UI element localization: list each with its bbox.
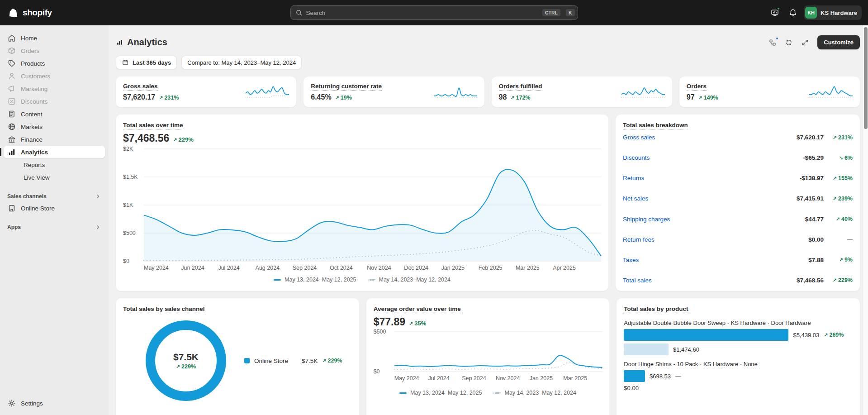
breakdown-row: Shipping charges $44.77 40% [623, 216, 853, 223]
sales-by-channel-card: Total sales by sales channel $7.5K 229% … [116, 298, 359, 415]
metric-title[interactable]: Returning customer rate [311, 83, 382, 91]
fullscreen-icon[interactable] [801, 38, 809, 47]
date-range-button[interactable]: Last 365 days [116, 56, 177, 69]
sidebar-nav: Home Orders Products Customers [4, 32, 105, 184]
product-sales-bar[interactable] [624, 370, 645, 382]
breakdown-change: 231% [824, 134, 853, 141]
product-sales-bar[interactable] [624, 329, 788, 341]
product-name: Adjustable Double Bubble Door Sweep · KS… [624, 320, 853, 326]
chart-legend: May 13, 2024–May 12, 2025 May 14, 2023–M… [123, 277, 601, 283]
insights-icon[interactable] [768, 38, 777, 47]
analytics-page: Analytics Customize Last 365 days [109, 25, 868, 415]
metric-title[interactable]: Orders fulfilled [499, 83, 542, 91]
trend-arrow-icon [833, 175, 837, 181]
sidebar-item[interactable]: Markets [4, 120, 105, 133]
total-sales-chart-card: Total sales over time $7,468.56 229% $2K… [116, 114, 608, 291]
x-axis-tick-label: Oct 2024 [330, 265, 353, 271]
compare-button[interactable]: Compare to: May 14, 2023–May 12, 2024 [181, 56, 302, 69]
breakdown-label-link[interactable]: Discounts [623, 154, 803, 161]
vertical-scrollbar[interactable] [863, 25, 868, 415]
metric-change: 172% [510, 95, 530, 101]
sidebar-item-label: Finance [21, 136, 43, 143]
trend-arrow-icon [833, 196, 837, 202]
scrollbar-thumb[interactable] [864, 27, 868, 129]
apps-heading[interactable]: Apps [4, 222, 105, 233]
trend-arrow-icon [698, 95, 702, 101]
calendar-icon [122, 59, 129, 66]
breakdown-label-link[interactable]: Shipping charges [623, 216, 805, 223]
customize-button[interactable]: Customize [817, 35, 860, 49]
chart-plot-area[interactable] [144, 149, 601, 261]
breakdown-label-link[interactable]: Net sales [623, 195, 797, 202]
sidebar-item[interactable]: Content [4, 108, 105, 120]
metric-sparkline [434, 84, 477, 100]
analytics-icon [116, 38, 123, 46]
breakdown-label-link[interactable]: Total sales [623, 277, 797, 284]
shopify-wordmark: shopify [23, 8, 52, 18]
metric-title[interactable]: Gross sales [123, 83, 158, 91]
breakdown-label-link[interactable]: Returns [623, 175, 800, 181]
store-icon [7, 204, 16, 213]
metric-title[interactable]: Orders [687, 83, 707, 91]
sidebar-item[interactable]: Home [4, 32, 105, 44]
store-activity-icon[interactable] [768, 5, 782, 20]
notifications-button[interactable] [786, 5, 800, 20]
metric-card[interactable]: Returning customer rate 6.45% 19% [304, 76, 484, 107]
sidebar-item-icon [7, 33, 16, 43]
donut-chart[interactable]: $7.5K 229% [146, 320, 226, 401]
status-dot [777, 7, 780, 10]
breakdown-row: Taxes $7.88 9% [623, 257, 853, 263]
metric-change: 149% [698, 95, 718, 101]
metric-card[interactable]: Orders fulfilled 98 172% [492, 76, 672, 107]
chart-plot-area[interactable] [394, 332, 602, 372]
sidebar-item[interactable]: Live View [4, 171, 105, 184]
store-name: KS Hardware [821, 10, 857, 16]
sidebar-item[interactable]: Marketing [4, 82, 105, 95]
legend-compare-period: May 14, 2023–May 12, 2024 [368, 277, 451, 283]
metric-value: $7,620.17 [123, 93, 155, 101]
breakdown-value: $44.77 [805, 216, 824, 223]
breakdown-label-link[interactable]: Taxes [623, 257, 808, 263]
metric-cards-row: Gross sales $7,620.17 231% Returning cus… [116, 76, 860, 107]
sidebar-item-icon [7, 84, 16, 93]
x-axis-tick-label: Jun 2024 [181, 265, 204, 271]
total-sales-title[interactable]: Total sales over time [123, 122, 183, 129]
sidebar-item[interactable]: Analytics [4, 146, 105, 158]
sidebar-item[interactable]: Discounts [4, 95, 105, 108]
sales-channels-heading[interactable]: Sales channels [4, 191, 105, 202]
sidebar-item[interactable]: Products [4, 57, 105, 70]
breakdown-label-link[interactable]: Return fees [623, 236, 808, 243]
metric-card[interactable]: Gross sales $7,620.17 231% [116, 76, 296, 107]
trend-arrow-icon [173, 136, 177, 143]
sidebar-item[interactable]: Finance [4, 133, 105, 146]
y-axis-tick-label: $2K [123, 146, 133, 152]
trend-arrow-icon [335, 95, 339, 101]
sidebar: Home Orders Products Customers [0, 25, 109, 415]
aov-title[interactable]: Average order value over time [374, 305, 461, 313]
shopify-logo[interactable]: shopify [0, 7, 52, 19]
metric-card[interactable]: Orders 97 149% [679, 76, 860, 107]
channel-name[interactable]: Online Store [254, 358, 288, 364]
breakdown-label-link[interactable]: Gross sales [623, 134, 797, 141]
sidebar-item[interactable]: Orders [4, 44, 105, 57]
sidebar-item[interactable]: Reports [4, 158, 105, 171]
sidebar-item-online-store[interactable]: Online Store [4, 202, 105, 215]
search-input[interactable]: Search CTRL K [290, 5, 578, 20]
breakdown-row: Gross sales $7,620.17 231% [623, 134, 853, 141]
product-sales-value: $5,439.03 [793, 332, 819, 339]
sidebar-item[interactable]: Customers [4, 70, 105, 82]
refresh-data-icon[interactable] [785, 38, 793, 47]
breakdown-title[interactable]: Total sales breakdown [623, 122, 688, 129]
sidebar-item-settings[interactable]: Settings [4, 397, 105, 410]
apps-label: Apps [7, 224, 21, 230]
product-compare-bar-row: $1,474.60 [624, 343, 853, 355]
donut-total-value: $7.5K [173, 352, 199, 363]
breakdown-value: -$138.97 [800, 175, 824, 181]
channel-change: 229% [322, 358, 342, 364]
legend-current-period: May 13, 2024–May 12, 2025 [399, 390, 482, 396]
sales-by-product-title[interactable]: Total sales by product [624, 305, 688, 313]
account-menu[interactable]: KH KS Hardware [804, 5, 862, 20]
settings-label: Settings [21, 400, 43, 407]
line-chart-svg [144, 149, 601, 261]
sales-by-channel-title[interactable]: Total sales by sales channel [123, 305, 205, 313]
